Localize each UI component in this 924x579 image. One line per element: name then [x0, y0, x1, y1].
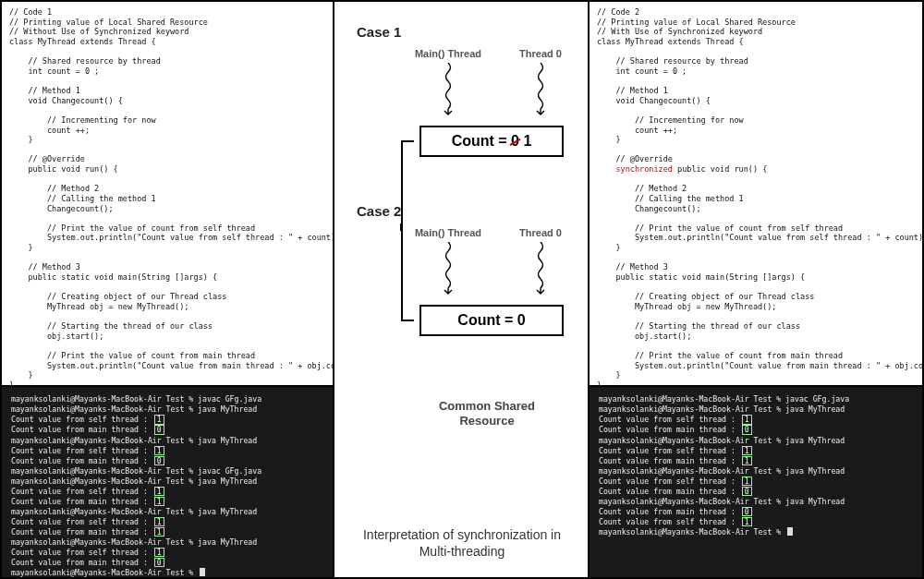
main-thread-label-1: Main() Thread [407, 48, 490, 59]
case1-label: Case 1 [357, 24, 401, 40]
right-column: // Code 2 // Printing value of Local Sha… [590, 2, 922, 577]
thread0-label-1: Thread 0 [499, 48, 582, 59]
terminal-right: mayanksolanki@Mayanks-MacBook-Air Test %… [590, 387, 922, 577]
count-eq-1: Count = [452, 133, 511, 149]
count-one: 1 [519, 133, 531, 149]
squiggle-t0-2 [534, 242, 547, 299]
thread0-label-2: Thread 0 [499, 227, 582, 238]
diagram-frame: // Code 1 // Printing value of Local Sha… [0, 0, 924, 579]
bracket-tail [390, 223, 405, 427]
code1-pane: // Code 1 // Printing value of Local Sha… [2, 2, 333, 387]
common-shared-label: Common Shared Resource [418, 399, 556, 429]
case2-label: Case 2 [357, 203, 401, 219]
terminal-left: mayanksolanki@Mayanks-MacBook-Air Test %… [2, 387, 333, 577]
middle-column: Case 1 Main() Thread Thread 0 Count = 0 … [334, 2, 590, 577]
squiggle-main-1 [442, 63, 455, 120]
interpretation-caption: Interpretation of synchronization in Mul… [346, 526, 578, 560]
count-box-2: Count = 0 [419, 305, 564, 336]
squiggle-t0-1 [534, 63, 547, 120]
squiggle-main-2 [442, 242, 455, 299]
code2-pane: // Code 2 // Printing value of Local Sha… [590, 2, 922, 387]
count-box-1: Count = 0 1 [419, 126, 564, 157]
main-thread-label-2: Main() Thread [407, 227, 490, 238]
left-column: // Code 1 // Printing value of Local Sha… [2, 2, 334, 577]
struck-zero: 0 [511, 133, 519, 150]
